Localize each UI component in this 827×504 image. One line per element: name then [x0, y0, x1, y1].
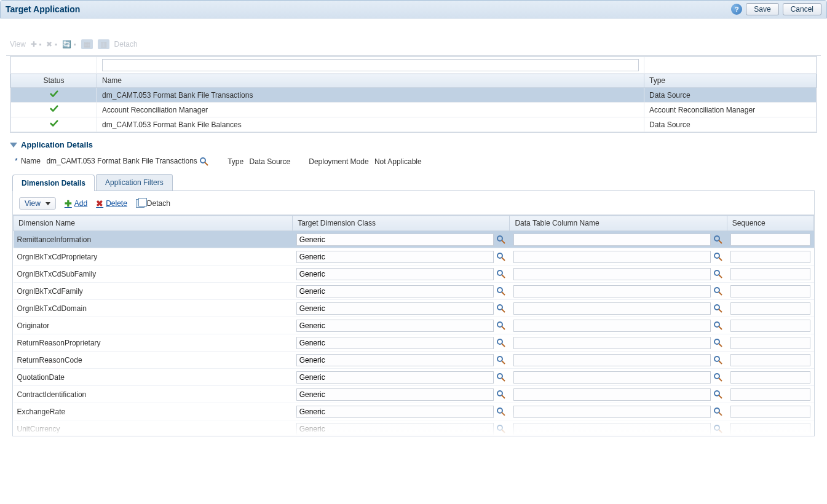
sequence-input[interactable] — [730, 423, 810, 435]
lookup-icon[interactable] — [713, 372, 723, 382]
cancel-button[interactable]: Cancel — [783, 3, 821, 15]
add-button[interactable]: ✚ Add — [65, 199, 87, 208]
name-lookup-icon[interactable] — [199, 157, 209, 167]
table-row[interactable]: Originator — [14, 317, 814, 334]
col-data-col[interactable]: Data Table Column Name — [510, 216, 727, 231]
data-col-input[interactable] — [513, 423, 711, 435]
target-class-input[interactable] — [296, 234, 494, 246]
lookup-icon[interactable] — [496, 269, 506, 279]
col-dim-name[interactable]: Dimension Name — [14, 216, 293, 231]
delete-icon[interactable]: ✖ ▪ — [46, 40, 57, 49]
table-row[interactable]: OrgnlBkTxCdProprietary — [14, 248, 814, 266]
add-icon[interactable]: ✚ ▪ — [31, 40, 42, 49]
table-row[interactable]: RemittanceInformation — [14, 231, 814, 248]
table-row[interactable]: dm_CAMT.053 Format Bank File BalancesDat… — [11, 117, 817, 132]
lookup-icon[interactable] — [496, 286, 506, 296]
disclosure-triangle-icon[interactable] — [10, 143, 17, 148]
sequence-input[interactable] — [730, 234, 810, 246]
col-sequence[interactable]: Sequence — [727, 216, 813, 231]
sequence-input[interactable] — [730, 302, 810, 315]
target-class-input[interactable] — [296, 320, 494, 332]
table-row[interactable]: OrgnlBkTxCdSubFamily — [14, 266, 814, 283]
lookup-icon[interactable] — [496, 355, 506, 365]
lookup-icon[interactable] — [496, 235, 506, 245]
col-status[interactable]: Status — [11, 74, 97, 88]
sequence-input[interactable] — [730, 354, 810, 366]
table-row[interactable]: ReturnReasonCode — [14, 352, 814, 369]
lookup-icon[interactable] — [713, 252, 723, 262]
target-class-input[interactable] — [296, 302, 494, 315]
data-col-input[interactable] — [513, 268, 711, 280]
filter-name-input[interactable] — [102, 59, 639, 71]
help-icon[interactable]: ? — [731, 4, 742, 15]
data-col-input[interactable] — [513, 371, 711, 384]
sequence-input[interactable] — [730, 285, 810, 297]
lookup-icon[interactable] — [496, 338, 506, 348]
lookup-icon[interactable] — [496, 390, 506, 400]
sequence-input[interactable] — [730, 268, 810, 280]
view-menu-ghost[interactable]: View — [10, 40, 26, 49]
table-row[interactable]: dm_CAMT.053 Format Bank File Transaction… — [11, 88, 817, 103]
data-col-input[interactable] — [513, 251, 711, 263]
app-details-header[interactable]: Application Details — [10, 140, 817, 149]
target-class-input[interactable] — [296, 285, 494, 297]
sequence-input[interactable] — [730, 388, 810, 401]
data-col-input[interactable] — [513, 406, 711, 418]
data-col-input[interactable] — [513, 337, 711, 349]
lookup-icon[interactable] — [496, 252, 506, 262]
tab-application-filters[interactable]: Application Filters — [96, 174, 173, 191]
save-button[interactable]: Save — [746, 3, 778, 15]
table-row[interactable]: Account Reconciliation ManagerAccount Re… — [11, 103, 817, 117]
sequence-input[interactable] — [730, 371, 810, 384]
data-col-input[interactable] — [513, 388, 711, 401]
data-col-input[interactable] — [513, 302, 711, 315]
table-row[interactable]: ReturnReasonProprietary — [14, 334, 814, 352]
col-name[interactable]: Name — [97, 74, 644, 88]
lookup-icon[interactable] — [713, 269, 723, 279]
lookup-icon[interactable] — [496, 304, 506, 313]
lookup-icon[interactable] — [713, 235, 723, 245]
target-class-input[interactable] — [296, 388, 494, 401]
table-row[interactable]: ContractIdentification — [14, 386, 814, 403]
data-col-input[interactable] — [513, 234, 711, 246]
table-row[interactable]: UnitCurrency — [14, 420, 814, 436]
sequence-input[interactable] — [730, 320, 810, 332]
data-col-input[interactable] — [513, 320, 711, 332]
tab-dimension-details[interactable]: Dimension Details — [12, 175, 95, 191]
table-row[interactable]: OrgnlBkTxCdFamily — [14, 283, 814, 300]
target-class-input[interactable] — [296, 371, 494, 384]
table-row[interactable]: QuotationDate — [14, 369, 814, 386]
lookup-icon[interactable] — [496, 407, 506, 417]
target-class-input[interactable] — [296, 268, 494, 280]
target-class-input[interactable] — [296, 337, 494, 349]
col-type[interactable]: Type — [644, 74, 817, 88]
table-row[interactable]: ExchangeRate — [14, 403, 814, 420]
data-col-input[interactable] — [513, 354, 711, 366]
sequence-input[interactable] — [730, 251, 810, 263]
target-class-input[interactable] — [296, 354, 494, 366]
data-col-input[interactable] — [513, 285, 711, 297]
lookup-icon[interactable] — [496, 321, 506, 331]
detach-button[interactable]: Detach — [136, 199, 170, 208]
lookup-icon[interactable] — [713, 286, 723, 296]
target-class-input[interactable] — [296, 423, 494, 435]
lookup-icon[interactable] — [713, 321, 723, 331]
target-class-input[interactable] — [296, 406, 494, 418]
lookup-icon[interactable] — [713, 355, 723, 365]
target-class-input[interactable] — [296, 251, 494, 263]
lookup-icon[interactable] — [713, 338, 723, 348]
view-menu[interactable]: View — [19, 197, 56, 210]
lookup-icon[interactable] — [713, 390, 723, 400]
detach-icon[interactable]: ▥ — [98, 39, 109, 49]
lookup-icon[interactable] — [713, 407, 723, 417]
table-row[interactable]: OrgnlBkTxCdDomain — [14, 300, 814, 317]
delete-button[interactable]: ✖ Delete — [96, 199, 127, 208]
toolbar-icon-a[interactable]: ▦ — [81, 39, 93, 49]
lookup-icon[interactable] — [713, 424, 723, 434]
sequence-input[interactable] — [730, 406, 810, 418]
lookup-icon[interactable] — [496, 372, 506, 382]
lookup-icon[interactable] — [496, 424, 506, 434]
sequence-input[interactable] — [730, 337, 810, 349]
lookup-icon[interactable] — [713, 304, 723, 313]
col-target-class[interactable]: Target Dimension Class — [293, 216, 510, 231]
